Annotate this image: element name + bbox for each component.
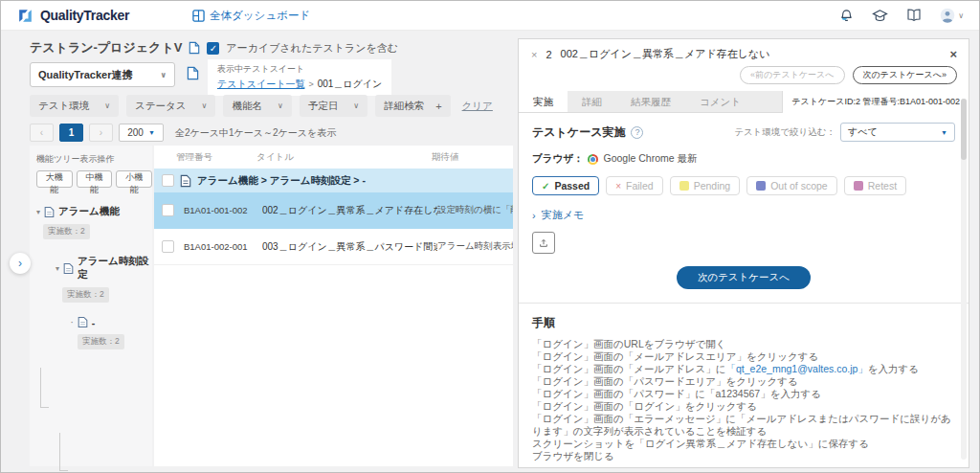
table-row[interactable]: B1A01-001-002 002＿ログイン＿異常系＿メアド存在しない 設定時刻… [154,192,513,229]
help-icon[interactable] [631,126,643,139]
row-title-link[interactable]: 003＿ログイン＿異常系＿パスワード間違い [262,240,437,254]
tree-caret-icon: ▾ [36,208,40,216]
chevron-right-icon: › [532,210,536,221]
plus-icon: + [435,101,441,112]
filter-test-environment[interactable]: テスト環境 ∨ [30,95,119,117]
env-filter-value: すべて [848,125,878,139]
execution-memo-toggle[interactable]: › 実施メモ [532,208,955,222]
filter-date-label: 予定日 [308,100,339,113]
step-email-link[interactable]: 「qt_e2e_mng1@valtes.co.jp」 [725,363,867,374]
quality-tracker-logo-icon [16,7,34,25]
tree-level-medium-button[interactable]: 中機能 [77,170,113,188]
suite-caption: 表示中テストスイート [217,63,382,76]
tree-node-alarm-time-setting[interactable]: ▾ アラーム時刻設定 [56,255,152,282]
row-title-link[interactable]: 002＿ログイン＿異常系＿メアド存在しない [262,204,437,217]
project-select[interactable]: QualityTracker連携 ∨ [30,62,175,87]
pager-next-button[interactable]: › [89,124,113,142]
tab-result-history[interactable]: 結果履歴 [616,91,685,112]
cross-icon: × [615,181,621,191]
status-retest-button[interactable]: Retest [844,176,906,195]
next-test-case-button[interactable]: 次のテストケースへ» [853,66,957,84]
tree-connector [59,433,68,471]
deselect-case-icon[interactable]: × [531,49,537,60]
test-run-title: テストラン-プロジェクトV [30,39,182,56]
tree-caret-icon: ▾ [56,264,59,273]
status-label: Retest [868,180,897,191]
page-size-value: 200 [127,127,144,138]
manual-book-icon[interactable] [906,9,922,22]
user-menu-caret-icon: ∨ [958,11,964,20]
nav-overall-dashboard[interactable]: 全体ダッシュボード [192,9,310,23]
step-line: 「ログイン」画面の「パスワードエリア」をクリックする [532,375,955,388]
upload-icon [539,237,548,249]
upload-attachment-button[interactable] [532,232,555,254]
copy-document-icon[interactable] [189,41,200,55]
new-document-icon[interactable] [187,66,199,80]
dashboard-grid-icon [192,10,205,22]
group-row-label: アラーム機能 > アラーム時刻設定 > - [197,174,366,188]
pager-prev-button[interactable]: ‹ [30,124,54,142]
tree-node-label: - [92,317,96,328]
row-checkbox[interactable] [162,240,174,253]
chevron-down-icon: ∨ [161,71,167,79]
include-archived-label: アーカイブされたテストランを含む [226,41,398,56]
retest-square-icon [854,181,863,191]
step-text: を入力する [868,363,919,374]
filter-status[interactable]: ステータス ∨ [126,95,215,117]
tab-execute[interactable]: 実施 [519,91,568,112]
status-pending-button[interactable]: Pending [670,176,741,195]
tab-comments[interactable]: コメント [685,91,755,112]
tree-level-large-button[interactable]: 大機能 [36,170,73,188]
test-case-table: 管理番号 タイトル 期待値 アラーム機能 > アラーム時刻設定 > - B1A0… [154,146,513,466]
scrollbar-thumb[interactable] [961,99,967,160]
tree-doc-icon [44,206,55,218]
step-line: 「ログイン」画面の「ログイン」をクリックする [532,400,955,413]
tree-node-leaf[interactable]: · - [71,316,152,328]
table-row[interactable]: B1A01-002-001 003＿ログイン＿異常系＿パスワード間違い アラーム… [154,229,513,265]
step-line: 「ログイン」画面の「エラーメッセージ」に「メールアドレスまたはパスワードに誤りが… [532,413,955,438]
env-filter-select[interactable]: すべて ▼ [840,123,955,142]
status-label: Passed [554,180,590,191]
status-passed-button[interactable]: ✓ Passed [532,176,599,195]
row-checkbox[interactable] [162,204,174,216]
detail-scrollbar[interactable] [961,99,967,460]
app-logo[interactable]: QualityTracker [16,7,129,25]
workspace: テストラン-プロジェクトV アーカイブされたテストランを含む QualityTr… [1,31,979,472]
group-row-checkbox[interactable] [162,174,174,187]
include-archived-checkbox[interactable] [207,42,219,55]
chevron-down-icon: ∨ [278,101,283,110]
notification-bell-icon[interactable] [839,9,854,23]
table-group-row[interactable]: アラーム機能 > アラーム時刻設定 > - [154,169,513,192]
tree-node-badge: 実施数：2 [78,334,124,349]
out-of-scope-square-icon [756,181,766,191]
tree-doc-icon [63,262,74,275]
status-out-of-scope-button[interactable]: Out of scope [746,176,837,195]
clear-filters-link[interactable]: クリア [462,100,493,113]
filter-planned-date[interactable]: 予定日 ∨ [300,95,368,117]
learning-cap-icon[interactable] [872,9,888,23]
check-icon: ✓ [542,181,549,191]
status-failed-button[interactable]: × Failed [606,176,662,195]
group-doc-icon [180,174,191,188]
tree-leaf-caret-icon: · [71,318,74,327]
filter-status-label: ステータス [135,100,186,113]
tree-node-alarm-function[interactable]: ▾ アラーム機能 [36,205,152,218]
filter-function-name[interactable]: 機能名 ∨ [223,95,291,117]
project-select-value: QualityTracker連携 [38,68,132,82]
suite-list-link[interactable]: テストスイート一覧 [217,78,304,91]
step-line: 「ログイン」画面の「メールアドレス」に「qt_e2e_mng1@valtes.c… [532,363,955,375]
filter-func-label: 機能名 [232,100,262,113]
advanced-search-button[interactable]: 詳細検索 + [375,95,450,117]
col-header-id: 管理番号 [176,151,256,164]
close-panel-icon[interactable]: × [949,47,957,61]
user-menu[interactable]: ∨ [940,8,964,23]
pager-page-1[interactable]: 1 [59,124,83,142]
sidebar-expand-button[interactable]: › [10,253,31,274]
prev-test-case-button[interactable]: «前のテストケースへ [740,66,844,84]
tree-level-small-button[interactable]: 小機能 [116,170,152,188]
chevron-down-icon: ∨ [202,101,208,110]
next-test-case-primary-button[interactable]: 次のテストケースへ [677,266,811,289]
status-label: Out of scope [770,180,828,191]
page-size-select[interactable]: 200 ▼ [119,124,164,142]
tab-details[interactable]: 詳細 [568,91,616,112]
